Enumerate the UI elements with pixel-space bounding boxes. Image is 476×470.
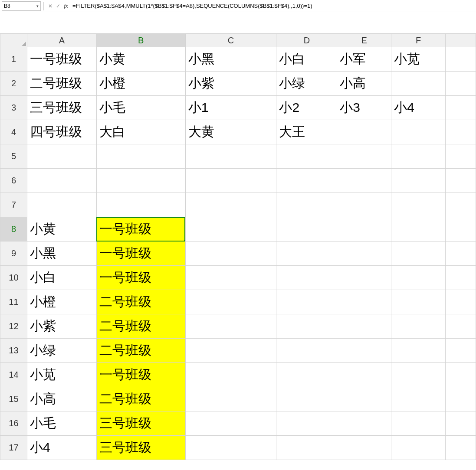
cell-C2[interactable]: 小紫 [185,72,276,96]
cell-D15[interactable] [276,387,337,411]
cell-B17[interactable]: 三号班级 [96,436,185,460]
cell-E14[interactable] [337,363,391,387]
cell-A8[interactable]: 小黄 [27,217,96,242]
cell-A2[interactable]: 二号班级 [27,72,96,96]
cell-E2[interactable]: 小高 [337,72,391,96]
cell-B3[interactable]: 小毛 [96,96,185,120]
formula-input[interactable] [70,1,474,11]
row-header-2[interactable]: 2 [0,72,27,96]
cell-G15[interactable] [446,387,476,411]
cell-B2[interactable]: 小橙 [96,72,185,96]
cell-C12[interactable] [185,314,276,339]
cell-C7[interactable] [185,193,276,217]
row-header-7[interactable]: 7 [0,193,27,217]
cell-G13[interactable] [446,339,476,363]
cell-D1[interactable]: 小白 [276,47,337,72]
cell-E1[interactable]: 小军 [337,47,391,72]
confirm-formula-button[interactable]: ✓ [54,2,62,10]
cell-G17[interactable] [446,436,476,460]
cell-B5[interactable] [96,144,185,169]
cell-C6[interactable] [185,169,276,193]
cell-A17[interactable]: 小4 [27,436,96,460]
cell-F16[interactable] [391,411,446,436]
cell-G7[interactable] [446,193,476,217]
cell-A4[interactable]: 四号班级 [27,120,96,144]
cell-G11[interactable] [446,290,476,314]
cell-A15[interactable]: 小高 [27,387,96,411]
cell-G3[interactable] [446,96,476,120]
col-header-F[interactable]: F [391,34,446,47]
col-header-E[interactable]: E [337,34,391,47]
cell-B8[interactable]: 一号班级 [96,217,185,242]
cell-G16[interactable] [446,411,476,436]
cell-G8[interactable] [446,217,476,242]
cell-F15[interactable] [391,387,446,411]
cell-D17[interactable] [276,436,337,460]
cell-D4[interactable]: 大王 [276,120,337,144]
row-header-14[interactable]: 14 [0,363,27,387]
cell-D9[interactable] [276,242,337,266]
cell-A13[interactable]: 小绿 [27,339,96,363]
cell-D6[interactable] [276,169,337,193]
name-box[interactable]: B8 ▾ [2,1,41,11]
cell-A6[interactable] [27,169,96,193]
cell-F3[interactable]: 小4 [391,96,446,120]
cell-D2[interactable]: 小绿 [276,72,337,96]
row-header-13[interactable]: 13 [0,339,27,363]
cell-E9[interactable] [337,242,391,266]
cell-B7[interactable] [96,193,185,217]
cell-B10[interactable]: 一号班级 [96,266,185,290]
cell-D8[interactable] [276,217,337,242]
cell-E10[interactable] [337,266,391,290]
cell-E17[interactable] [337,436,391,460]
cell-C14[interactable] [185,363,276,387]
cell-C5[interactable] [185,144,276,169]
row-header-10[interactable]: 10 [0,266,27,290]
cell-C16[interactable] [185,411,276,436]
cell-B4[interactable]: 大白 [96,120,185,144]
cell-C17[interactable] [185,436,276,460]
cell-C1[interactable]: 小黑 [185,47,276,72]
col-header-A[interactable]: A [27,34,96,47]
row-header-15[interactable]: 15 [0,387,27,411]
cell-G4[interactable] [446,120,476,144]
cell-C9[interactable] [185,242,276,266]
cell-G12[interactable] [446,314,476,339]
cell-D11[interactable] [276,290,337,314]
cell-D7[interactable] [276,193,337,217]
cell-E16[interactable] [337,411,391,436]
cell-E7[interactable] [337,193,391,217]
cell-B14[interactable]: 一号班级 [96,363,185,387]
cell-B11[interactable]: 二号班级 [96,290,185,314]
row-header-11[interactable]: 11 [0,290,27,314]
cell-C11[interactable] [185,290,276,314]
cell-E3[interactable]: 小3 [337,96,391,120]
cell-A10[interactable]: 小白 [27,266,96,290]
cell-E11[interactable] [337,290,391,314]
cell-A14[interactable]: 小苋 [27,363,96,387]
cell-B6[interactable] [96,169,185,193]
cell-F14[interactable] [391,363,446,387]
cell-B16[interactable]: 三号班级 [96,411,185,436]
cell-B13[interactable]: 二号班级 [96,339,185,363]
cell-F17[interactable] [391,436,446,460]
row-header-6[interactable]: 6 [0,169,27,193]
row-header-12[interactable]: 12 [0,314,27,339]
cell-D16[interactable] [276,411,337,436]
cell-F8[interactable] [391,217,446,242]
cell-A7[interactable] [27,193,96,217]
cell-F2[interactable] [391,72,446,96]
cell-A3[interactable]: 三号班级 [27,96,96,120]
col-header-D[interactable]: D [276,34,337,47]
cell-D10[interactable] [276,266,337,290]
cancel-formula-button[interactable]: ✕ [46,2,54,10]
cell-G14[interactable] [446,363,476,387]
cell-E15[interactable] [337,387,391,411]
cell-E6[interactable] [337,169,391,193]
cell-B12[interactable]: 二号班级 [96,314,185,339]
cell-D5[interactable] [276,144,337,169]
cell-G10[interactable] [446,266,476,290]
insert-function-button[interactable]: fx [62,2,70,10]
cell-G6[interactable] [446,169,476,193]
cell-F9[interactable] [391,242,446,266]
